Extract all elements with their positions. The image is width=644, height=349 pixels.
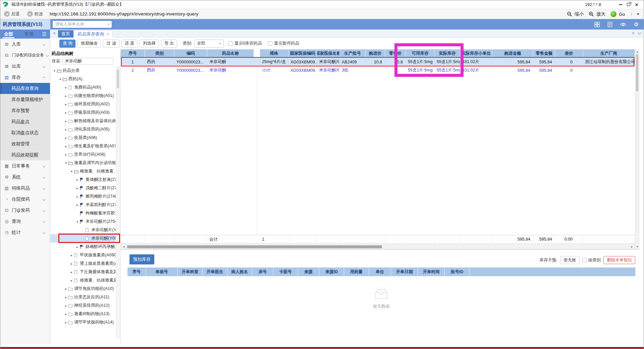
sidebar-item-special-drugs[interactable]: ▥ 特殊药品 [0, 183, 50, 194]
tree-expand-closed-icon[interactable]: ▸ [64, 321, 68, 324]
tree-item[interactable]: ▸疫苗类(A06) [50, 134, 116, 142]
tree-item[interactable]: ▸维生素及矿物质类(A07) [50, 142, 116, 150]
cell[interactable]: 2 [121, 66, 145, 74]
scroll-right-icon[interactable]: ► [631, 245, 633, 248]
cell[interactable]: 1 [121, 58, 145, 66]
tree-expand-closed-icon[interactable]: ▸ [64, 86, 68, 89]
cell[interactable]: 10.8 [366, 58, 385, 66]
sidebar-item-expiry-manage[interactable]: 效期管理 [0, 138, 50, 149]
tree-scrollbar[interactable] [116, 66, 120, 338]
sidebar-tab-common[interactable]: 常用 [22, 30, 36, 39]
tree-expand-closed-icon[interactable]: ▸ [64, 287, 68, 291]
tree-expand-open-icon[interactable]: ▾ [75, 220, 79, 223]
tree-item[interactable]: ▾米非司酮片(27542) [50, 217, 116, 226]
sidebar-item-system[interactable]: ⚙ 系统 [0, 171, 50, 183]
table-horizontal-scrollbar[interactable]: ◄ ► [121, 244, 635, 249]
cell[interactable]: Y000000023... [174, 66, 207, 74]
cell[interactable]: 25mg*6片/盒 [260, 58, 288, 66]
zoom-out-label[interactable]: 缩小 [575, 11, 584, 17]
cell[interactable]: 331.02片 [460, 66, 492, 74]
filter-button[interactable]: 过 滤 [103, 40, 119, 48]
tree-expand-closed-icon[interactable]: ▸ [64, 145, 68, 148]
tree-expand-closed-icon[interactable]: ▸ [69, 262, 74, 265]
tree-expand-open-icon[interactable]: ▾ [69, 170, 74, 173]
tree-item[interactable]: ▸消化系统用药(A05) [50, 125, 116, 134]
cell[interactable]: 55盒1片:5mg [435, 58, 460, 66]
tab-drug-inventory-query[interactable]: 药品库存查询 × [74, 30, 113, 38]
tree-item[interactable]: ▸神经系统用药(A12) [50, 301, 116, 310]
close-button[interactable]: × [633, 1, 641, 8]
cell[interactable]: 595.84 [492, 58, 533, 66]
scrollbar-thumb[interactable] [636, 54, 638, 91]
invalidate-button[interactable]: 使无效 [560, 256, 580, 264]
tree-expand-closed-icon[interactable]: ▸ [64, 136, 68, 140]
tree-expand-closed-icon[interactable]: ▸ [75, 203, 79, 207]
tree-expand-closed-icon[interactable]: ▸ [64, 153, 68, 156]
show-paused-checkbox[interactable]: 显示暂停药品 [268, 41, 305, 46]
menu-caret-icon[interactable] [637, 13, 639, 15]
scroll-left-icon[interactable]: ◄ [122, 245, 125, 248]
tree-item[interactable]: ▸烯丙雌醇片(27484) [50, 192, 116, 201]
export-button[interactable]: 导 出 [161, 40, 177, 48]
tab-list-chevron-icon[interactable] [638, 31, 641, 35]
sidebar-item-inbound[interactable]: ⊞ 入库 [0, 39, 50, 50]
tree-expand-closed-icon[interactable]: ▸ [64, 296, 68, 299]
sidebar-item-cancel-stocktake[interactable]: 取消盘点状态 [0, 127, 50, 138]
tree-item[interactable]: ▸肾上腺皮质激素类(A09 [50, 259, 116, 268]
tree-item[interactable]: ▸炔雌醇环丙孕酮片(27 [50, 243, 116, 251]
cell[interactable]: 小计: [260, 66, 288, 74]
gear-icon[interactable]: ⚙ [634, 22, 639, 27]
tree-item[interactable]: 枸橼酸氯米芬胶囊(27 [50, 209, 116, 217]
cell[interactable]: XG03XBM09... [288, 58, 317, 66]
sidebar-item-drug-stocktake[interactable]: 药品盘点 [0, 116, 50, 127]
tree-expand-closed-icon[interactable]: ▸ [64, 312, 68, 316]
expiry-modify-button[interactable]: 效期修改 [77, 40, 101, 48]
tree-item[interactable]: ▸调节甲状腺药物(A14) [50, 318, 116, 327]
tree-expand-closed-icon[interactable]: ▸ [75, 187, 79, 190]
query-button[interactable]: 查 询 [59, 40, 75, 48]
zoom-in-icon[interactable] [589, 11, 594, 17]
hamburger-icon[interactable]: ☰ [42, 31, 47, 37]
tree-item[interactable]: ▾西药(A) [50, 75, 116, 83]
minimize-button[interactable] [616, 1, 625, 8]
table-row-subtotal[interactable]: 2西药Y000000023...米非司酮小计:XG03XBM09...米非司酮片… [121, 66, 635, 74]
tree-item[interactable]: ▸下丘脑垂体激素及其类 [50, 268, 116, 276]
sidebar-item-stock-warning[interactable]: 库存预警 [0, 105, 50, 116]
tree-expand-closed-icon[interactable]: ▸ [75, 195, 79, 198]
cell[interactable]: 3批 [340, 66, 366, 74]
tab-close-icon[interactable]: × [106, 32, 109, 37]
table-row[interactable]: 1西药Y000000023...米非司酮25mg*6片/盒XG03XBM09..… [121, 58, 635, 66]
cell[interactable] [385, 66, 406, 74]
cell[interactable]: 595.84 [533, 58, 555, 66]
tree-item[interactable]: ▸米索前列醇片(27539) [50, 201, 116, 209]
sidebar-item-query[interactable]: ◎ 查询 [0, 216, 50, 227]
cell[interactable]: 米非司酮片 [317, 58, 340, 66]
sidebar-item-daily-affairs[interactable]: ▦ 日常事务 [0, 160, 50, 171]
sidebar-item-inventory[interactable]: ▤ 库存 [0, 72, 50, 83]
cell[interactable]: 浙江仙琚制药股份有限公司 [583, 58, 635, 66]
tree-scrollbar-thumb[interactable] [117, 69, 119, 88]
more-menu-icon[interactable]: ⋮ [629, 12, 634, 17]
tree-item[interactable]: ▸循环系统用药(A02) [50, 100, 116, 108]
cell[interactable] [583, 66, 635, 74]
cell[interactable]: AB2409 [340, 58, 366, 66]
tree-item[interactable]: ▸黄体酮注射液(27229) [50, 176, 116, 184]
cell[interactable] [366, 66, 385, 74]
sidebar-item-statistics[interactable]: ◷ 统计 [0, 227, 50, 238]
cell[interactable]: 米非司酮 [207, 58, 254, 66]
eye-icon[interactable] [620, 22, 626, 27]
scroll-down-icon[interactable]: ▼ [636, 245, 639, 248]
tree-expand-closed-icon[interactable]: ▸ [64, 119, 68, 123]
tree-expand-open-icon[interactable]: ▾ [52, 69, 57, 72]
tree-expand-closed-icon[interactable]: ▸ [64, 103, 68, 106]
sidebar-item-inpatient-dispense[interactable]: ◔ 住院摆药 [0, 194, 50, 205]
zoom-in-label[interactable]: 放大 [596, 11, 605, 17]
cell[interactable]: 西药 [145, 66, 174, 74]
tree-item[interactable]: ▸营养治疗药(A08) [50, 150, 116, 159]
tree-expand-closed-icon[interactable]: ▸ [75, 245, 79, 249]
prehold-tab[interactable]: 预扣库存 [129, 254, 154, 264]
back-button[interactable]: ◄ 后退 [4, 11, 23, 17]
zoom-out-icon[interactable] [567, 11, 572, 17]
restore-button[interactable]: 还 原 [121, 40, 138, 48]
cell[interactable]: 10.8 [385, 58, 406, 66]
